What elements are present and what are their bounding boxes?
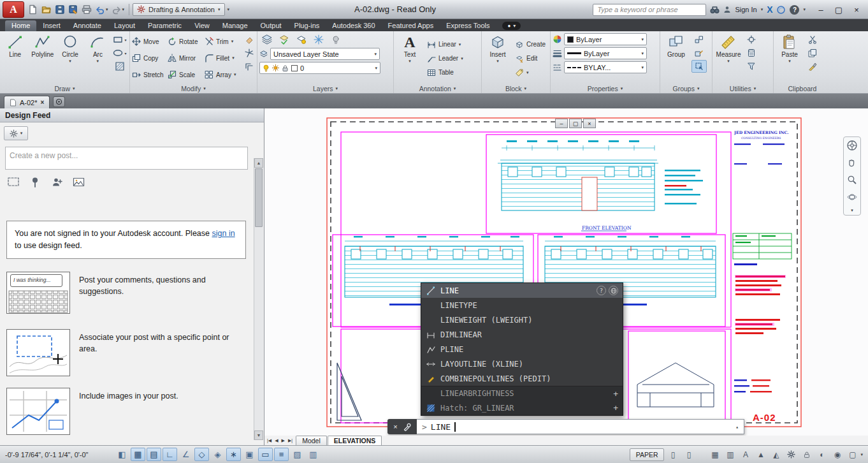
layer-freeze-button[interactable] — [311, 33, 326, 46]
exchange-apps-icon[interactable]: X — [767, 4, 772, 15]
rectangle-button[interactable]: ▾ — [112, 33, 127, 46]
panel-groups-label[interactable]: Groups▾ — [662, 84, 710, 93]
panel-modify-label[interactable]: Modify▾ — [132, 84, 255, 93]
panel-annotation-label[interactable]: Annotation▾ — [396, 84, 479, 93]
tab-output[interactable]: Output — [254, 20, 288, 31]
copy-button[interactable]: Copy — [132, 54, 168, 62]
drawing-close-button[interactable]: × — [583, 119, 596, 128]
expand-plus-icon[interactable]: + — [613, 403, 618, 413]
object-snap-tracking-toggle[interactable]: ∗ — [226, 448, 241, 461]
cut-button[interactable] — [805, 33, 820, 46]
arc-flyout-icon[interactable]: ▾ — [97, 59, 99, 64]
autodesk-360-icon[interactable] — [776, 3, 786, 16]
search-input[interactable] — [593, 4, 706, 16]
plot-button[interactable] — [80, 2, 93, 17]
drawing-minimize-button[interactable]: – — [555, 119, 568, 128]
search-web-icon[interactable] — [609, 286, 618, 295]
file-tab-a02[interactable]: A-02* × — [4, 96, 50, 108]
dynamic-input-toggle[interactable]: ▭ — [258, 448, 273, 461]
create-block-button[interactable]: Create — [513, 38, 547, 51]
quick-properties-toggle[interactable]: ▥ — [306, 448, 321, 461]
panel-block-label[interactable]: Block▾ — [484, 84, 548, 93]
save-as-button[interactable] — [67, 2, 80, 17]
snap-mode-toggle[interactable]: ▦ — [131, 448, 145, 461]
design-feed-settings-button[interactable]: ▾ — [4, 126, 28, 140]
circle-button[interactable]: Circle▾ — [57, 33, 83, 84]
command-line-grip[interactable]: × — [387, 419, 417, 434]
next-layout-button[interactable]: ▶ — [280, 438, 286, 443]
paper-model-toggle[interactable]: PAPER — [630, 448, 665, 461]
file-tabs-menu-button[interactable] — [53, 96, 65, 107]
tab-parametric[interactable]: Parametric — [141, 20, 188, 31]
full-navigation-wheel-button[interactable] — [845, 139, 859, 152]
lineweight-display-toggle[interactable]: ≡ — [274, 448, 289, 461]
suggestion-combinepolylines[interactable]: COMBINEPOLYLINES (PEDIT) — [421, 371, 623, 386]
polar-tracking-toggle[interactable]: ∠ — [178, 448, 193, 461]
copy-clip-button[interactable] — [805, 47, 820, 59]
trim-flyout-icon[interactable]: ▾ — [231, 39, 234, 44]
lineweight-dropdown[interactable]: ByLayer▾ — [564, 47, 647, 59]
measure-flyout-icon[interactable]: ▾ — [727, 59, 730, 64]
panel-draw-label[interactable]: Draw▾ — [2, 84, 127, 93]
save-button[interactable] — [54, 2, 66, 17]
suggestion-linearbrightness[interactable]: LINEARBRIGHTNESS+ — [421, 386, 623, 401]
new-post-input[interactable] — [5, 147, 248, 170]
help-button[interactable]: ? — [790, 5, 799, 15]
pin-location-button[interactable] — [27, 175, 43, 189]
measure-button[interactable]: Measure▾ — [714, 33, 742, 84]
command-help-icon[interactable]: ? — [597, 286, 606, 295]
redo-button[interactable]: ▾ — [110, 2, 126, 17]
panel-properties-label[interactable]: Properties▾ — [553, 84, 658, 93]
dimension-linear-button[interactable]: Linear▾ — [425, 38, 465, 51]
scrollbar-thumb[interactable] — [255, 168, 263, 227]
suggestion-dimlinear[interactable]: DIMLINEAR — [421, 327, 623, 342]
hatch-button[interactable] — [112, 60, 127, 73]
command-close-icon[interactable]: × — [393, 423, 397, 430]
insert-flyout-icon[interactable]: ▾ — [496, 59, 499, 64]
performance-button[interactable]: ◐ — [814, 448, 829, 461]
layer-properties-button[interactable] — [259, 33, 275, 46]
rotate-button[interactable]: Rotate — [168, 37, 205, 46]
ellipse-button[interactable]: ▾ — [112, 47, 127, 59]
suggestion-pline[interactable]: PLINE — [421, 342, 623, 356]
workspace-dropdown[interactable]: Drafting & Annotation ▾ — [133, 3, 224, 16]
trim-button[interactable]: Trim▾ — [205, 37, 240, 46]
ribbon-options-button[interactable]: ●▾ — [502, 22, 521, 30]
arc-button[interactable]: Arc▾ — [85, 33, 111, 84]
layer-dropdown[interactable]: 0 ▾ — [259, 62, 380, 74]
scale-button[interactable]: Scale — [168, 70, 205, 79]
define-area-button[interactable] — [5, 175, 22, 189]
line-button[interactable]: Line — [2, 33, 28, 84]
stretch-button[interactable]: Stretch — [132, 70, 168, 79]
isolate-objects-button[interactable]: ◉ — [830, 448, 844, 461]
ortho-mode-toggle[interactable]: ∟ — [163, 448, 177, 461]
redo-dropdown-icon[interactable]: ▾ — [122, 7, 125, 12]
suggestion-hatch-gr-linear[interactable]: Hatch: GR_LINEAR+ — [421, 401, 623, 415]
group-selection-toggle[interactable] — [691, 60, 707, 73]
annotation-visibility-toggle[interactable]: A — [738, 448, 753, 461]
erase-button[interactable] — [242, 33, 257, 46]
expand-plus-icon[interactable]: + — [613, 389, 618, 399]
signin-button[interactable]: Sign In — [735, 6, 756, 13]
design-feed-scrollbar[interactable]: ▲ ▼ — [254, 158, 263, 440]
grid-display-toggle[interactable]: ▤ — [147, 448, 161, 461]
transparency-toggle[interactable]: ▨ — [290, 448, 305, 461]
fillet-flyout-icon[interactable]: ▾ — [232, 55, 235, 61]
model-space-button[interactable]: ▯ — [665, 448, 680, 461]
status-menu-caret-icon[interactable]: ▾ — [860, 452, 863, 457]
offset-button[interactable] — [242, 60, 257, 73]
first-layout-button[interactable]: |◀ — [266, 438, 273, 443]
close-button[interactable]: × — [848, 3, 865, 17]
paper-space-button[interactable]: ▯ — [681, 448, 696, 461]
match-properties-button[interactable] — [805, 60, 820, 73]
tab-featured-apps[interactable]: Featured Apps — [382, 20, 440, 31]
qat-menu-button[interactable]: ▾ — [228, 7, 230, 12]
paste-button[interactable]: Paste▾ — [776, 33, 804, 84]
panel-clipboard-label[interactable]: Clipboard — [776, 84, 829, 93]
insert-block-button[interactable]: Insert▾ — [484, 33, 512, 84]
open-file-button[interactable] — [40, 2, 53, 17]
tab-home[interactable]: Home — [5, 20, 36, 31]
fillet-button[interactable]: Fillet▾ — [205, 54, 240, 62]
leader-button[interactable]: Leader▾ — [425, 52, 465, 65]
prev-layout-button[interactable]: ◀ — [273, 438, 279, 443]
